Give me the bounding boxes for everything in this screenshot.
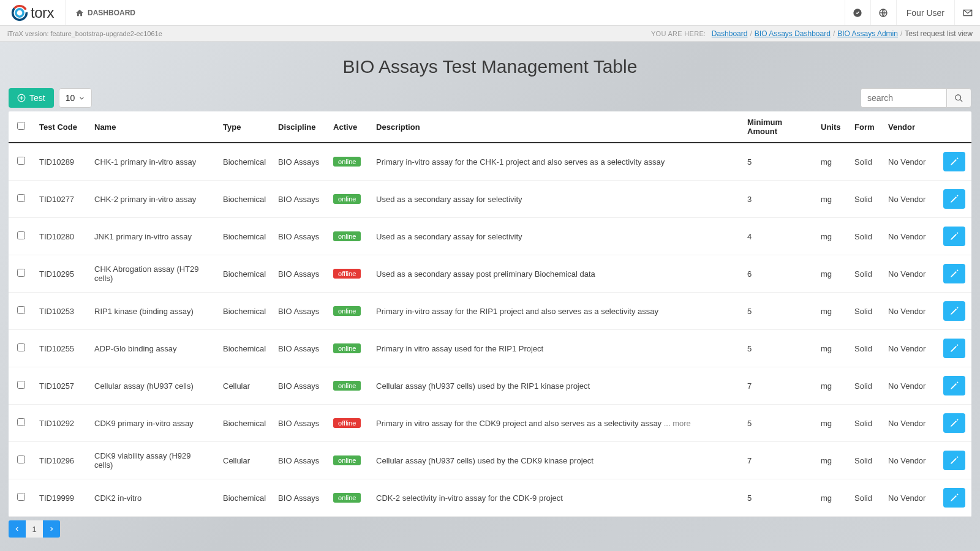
cell-min-amount: 5 — [741, 293, 815, 330]
select-all-checkbox[interactable] — [17, 122, 25, 130]
row-checkbox[interactable] — [17, 157, 25, 165]
cell-description: Primary in vitro assay used for the RIP1… — [370, 330, 741, 367]
user-menu[interactable]: Four User — [896, 0, 954, 25]
cell-discipline: BIO Assays — [272, 218, 327, 255]
cell-discipline: BIO Assays — [272, 367, 327, 405]
row-checkbox[interactable] — [17, 231, 25, 239]
status-badge: online — [333, 455, 361, 465]
check-circle-button[interactable] — [845, 0, 870, 25]
row-checkbox[interactable] — [17, 493, 25, 501]
table-row: TID10277 CHK-2 primary in-vitro assay Bi… — [9, 181, 971, 218]
logo[interactable]: torx — [0, 0, 65, 25]
col-test-code[interactable]: Test Code — [33, 111, 88, 143]
pencil-icon — [949, 493, 959, 503]
edit-button[interactable] — [943, 488, 965, 508]
page-size-select[interactable]: 10 — [59, 88, 92, 108]
tests-table: Test Code Name Type Discipline Active De… — [9, 111, 971, 517]
cell-discipline: BIO Assays — [272, 143, 327, 181]
cell-name: CHK-1 primary in-vitro assay — [88, 143, 217, 181]
cell-active: offline — [327, 405, 370, 442]
search-input[interactable] — [861, 88, 946, 108]
table-row: TID10292 CDK9 primary in-vitro assay Bio… — [9, 405, 971, 442]
table-row: TID10280 JNK1 primary in-vitro assay Bio… — [9, 218, 971, 255]
cell-name: Cellular assay (hU937 cells) — [88, 367, 217, 405]
col-type[interactable]: Type — [217, 111, 272, 143]
edit-button[interactable] — [943, 451, 965, 470]
edit-button[interactable] — [943, 339, 965, 358]
svg-point-6 — [956, 94, 961, 100]
cell-min-amount: 5 — [741, 405, 815, 442]
cell-type: Biochemical — [217, 143, 272, 181]
cell-name: ADP-Glo binding assay — [88, 330, 217, 367]
edit-button[interactable] — [943, 376, 965, 395]
cell-active: online — [327, 442, 370, 479]
edit-button[interactable] — [943, 264, 965, 283]
version-label: iTraX version: feature_bootstrap-upgrade… — [7, 30, 162, 37]
breadcrumb-item[interactable]: BIO Assays Dashboard — [755, 29, 831, 38]
pencil-icon — [949, 269, 959, 279]
cell-test-code: TID10292 — [33, 405, 88, 442]
cell-form: Solid — [848, 479, 882, 517]
chevron-right-icon — [48, 526, 55, 532]
breadcrumb-item: Test request list view — [905, 29, 973, 38]
row-checkbox[interactable] — [17, 418, 25, 426]
prev-page-button[interactable] — [9, 520, 26, 538]
pencil-icon — [949, 157, 959, 167]
search-button[interactable] — [946, 88, 971, 108]
dashboard-nav-label: DASHBOARD — [88, 9, 135, 17]
cell-min-amount: 6 — [741, 255, 815, 293]
row-checkbox[interactable] — [17, 381, 25, 389]
cell-name: CHK-2 primary in-vitro assay — [88, 181, 217, 218]
cell-discipline: BIO Assays — [272, 181, 327, 218]
status-badge: online — [333, 231, 361, 241]
cell-type: Biochemical — [217, 330, 272, 367]
table-wrap: Test Code Name Type Discipline Active De… — [9, 111, 971, 517]
col-units[interactable]: Units — [815, 111, 848, 143]
col-discipline[interactable]: Discipline — [272, 111, 327, 143]
cell-test-code: TID10253 — [33, 293, 88, 330]
cell-description: Primary in-vitro assay for the RIP1 proj… — [370, 293, 741, 330]
edit-button[interactable] — [943, 152, 965, 171]
cell-discipline: BIO Assays — [272, 405, 327, 442]
breadcrumb: YOU ARE HERE: Dashboard/BIO Assays Dashb… — [651, 29, 973, 38]
pencil-icon — [949, 381, 959, 391]
row-checkbox[interactable] — [17, 194, 25, 202]
cell-active: online — [327, 293, 370, 330]
cell-min-amount: 3 — [741, 181, 815, 218]
col-description[interactable]: Description — [370, 111, 741, 143]
add-test-button[interactable]: Test — [9, 88, 54, 108]
row-checkbox[interactable] — [17, 455, 25, 463]
col-vendor[interactable]: Vendor — [882, 111, 937, 143]
col-name[interactable]: Name — [88, 111, 217, 143]
col-active[interactable]: Active — [327, 111, 370, 143]
row-checkbox[interactable] — [17, 306, 25, 314]
more-link[interactable]: ... more — [662, 419, 691, 428]
breadcrumb-item[interactable]: Dashboard — [712, 29, 748, 38]
user-name-label: Four User — [907, 8, 944, 18]
cell-form: Solid — [848, 330, 882, 367]
col-form[interactable]: Form — [848, 111, 882, 143]
next-page-button[interactable] — [43, 520, 60, 538]
home-icon — [75, 9, 84, 17]
col-min-amount[interactable]: Minimum Amount — [741, 111, 815, 143]
edit-button[interactable] — [943, 301, 965, 321]
status-badge: online — [333, 194, 361, 204]
dashboard-nav-button[interactable]: DASHBOARD — [66, 0, 145, 25]
edit-button[interactable] — [943, 189, 965, 209]
row-checkbox[interactable] — [17, 269, 25, 277]
row-checkbox[interactable] — [17, 343, 25, 351]
cell-description: Primary in-vitro assay for the CHK-1 pro… — [370, 143, 741, 181]
envelope-button[interactable] — [954, 0, 980, 25]
edit-button[interactable] — [943, 227, 965, 246]
breadcrumb-separator: / — [900, 29, 902, 38]
globe-button[interactable] — [870, 0, 896, 25]
cell-active: offline — [327, 255, 370, 293]
status-badge: online — [333, 157, 361, 167]
edit-button[interactable] — [943, 413, 965, 433]
cell-description: Used as a secondary assay for selectivit… — [370, 218, 741, 255]
cell-test-code: TID10257 — [33, 367, 88, 405]
breadcrumb-item[interactable]: BIO Assays Admin — [837, 29, 898, 38]
cell-vendor: No Vendor — [882, 181, 937, 218]
add-test-label: Test — [29, 93, 45, 103]
table-row: TID10253 RIP1 kinase (binding assay) Bio… — [9, 293, 971, 330]
